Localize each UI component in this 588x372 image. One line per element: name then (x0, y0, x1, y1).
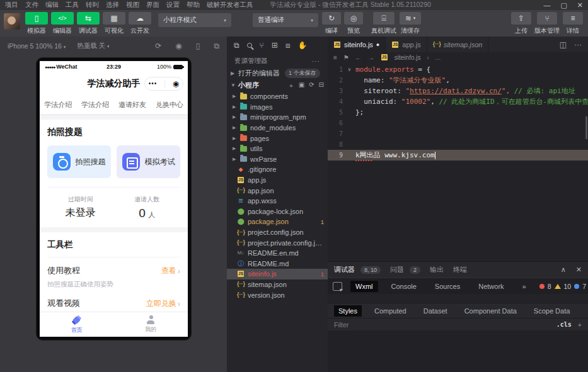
add-style-icon[interactable]: + (578, 321, 582, 329)
code-area[interactable]: 1∨module.exports = { 2 name: "学法减分专业版", … (328, 62, 588, 261)
tree-file-sitemap[interactable]: {··}sitemap.json (227, 279, 328, 290)
tree-file-gitignore[interactable]: ◆.gitignore (227, 164, 328, 175)
back-icon[interactable]: ← (355, 54, 362, 61)
project-root-section[interactable]: ▼ 小程序 ＋ ▣ ⟳ ⊟ (227, 79, 328, 91)
close-icon[interactable]: ✕ (577, 1, 583, 9)
scope-data-tab[interactable]: Scope Data (529, 305, 574, 317)
editor-toggle-button[interactable]: </> (51, 12, 74, 25)
devtools-tab-network[interactable]: Network (473, 281, 509, 292)
photo-search-button[interactable]: 拍照搜题 (47, 145, 111, 178)
cloud-dev-button[interactable]: ☁ (129, 12, 151, 25)
tree-folder-images[interactable]: ▶images (227, 102, 328, 113)
forward-icon[interactable]: → (368, 54, 374, 61)
tree-file-app-json[interactable]: {··}app.json (227, 185, 328, 196)
devtools-tab-sources[interactable]: Sources (430, 281, 465, 292)
tree-file-readme-en[interactable]: M↓README.en.md (227, 248, 328, 259)
tree-folder-miniprogram-npm[interactable]: ▶miniprogram_npm (227, 112, 328, 123)
minimize-icon[interactable]: — (543, 1, 550, 9)
collapse-panel-icon[interactable]: ∧ (561, 266, 566, 274)
upload-button[interactable]: ⇧ (511, 12, 531, 25)
tree-file-readme[interactable]: ⓘREADME.md (227, 259, 328, 269)
menu-interface[interactable]: 界面 (146, 1, 159, 9)
devtools-more-tabs[interactable]: » (517, 281, 531, 292)
search-icon[interactable] (247, 43, 252, 48)
tree-file-version[interactable]: {··}version.json (227, 290, 328, 300)
tab-debugger[interactable]: 调试器8, 10 (334, 265, 381, 274)
editor-scrollbar[interactable] (585, 116, 587, 139)
tree-folder-components[interactable]: ▶components (227, 91, 328, 102)
tree-file-package-lock[interactable]: ⬤package-lock.json (227, 206, 328, 217)
tabbar-home[interactable]: 首页 (40, 312, 114, 337)
inspect-element-icon[interactable] (333, 282, 342, 291)
warning-count[interactable]: 10 (564, 283, 572, 290)
mode-dropdown[interactable]: 小程序模式 ▾ (158, 13, 231, 27)
collapse-all-icon[interactable]: ⊟ (319, 81, 324, 90)
wechat-capsule[interactable]: ••• ◉ (144, 77, 183, 91)
tab-intro-2[interactable]: 学法介绍 (81, 100, 109, 110)
list-icon[interactable]: ≡ (333, 54, 337, 61)
menu-edit[interactable]: 编辑 (45, 1, 59, 9)
tree-file-project-private-config[interactable]: {··}project.private.config.js... (227, 237, 328, 248)
dataset-tab[interactable]: Dataset (419, 305, 452, 317)
tree-folder-node-modules[interactable]: ▶node_modules (227, 123, 328, 133)
open-editors-section[interactable]: ▶ 打开的编辑器 1 个未保存 (227, 67, 328, 79)
tab-sitemap-json[interactable]: {··} sitemap.json (427, 37, 489, 52)
compile-mode-dropdown[interactable]: 普通编译 ▾ (253, 13, 318, 27)
tree-folder-wxparse[interactable]: ▶wxParse (227, 154, 328, 165)
tab-intro-1[interactable]: 学法介绍 (44, 100, 72, 110)
error-count[interactable]: 8 (548, 283, 551, 290)
tree-file-project-config[interactable]: {··}project.config.json (227, 227, 328, 238)
clear-cache-button[interactable]: ≋▾ (400, 12, 421, 25)
tree-folder-pages[interactable]: ▶pages (227, 133, 328, 144)
bookmark-icon[interactable]: ⚑ (343, 54, 349, 61)
info-count[interactable]: 7 (582, 283, 586, 290)
new-file-icon[interactable]: ＋ (288, 81, 294, 90)
menu-file[interactable]: 文件 (25, 1, 38, 9)
tab-output[interactable]: 输出 (430, 265, 444, 274)
menu-select[interactable]: 选择 (106, 1, 119, 9)
debugger-toggle-button[interactable]: ⇆ (77, 12, 100, 25)
tree-file-app-wxss[interactable]: ≣app.wxss (227, 196, 328, 206)
tree-file-app-js[interactable]: JSapp.js (227, 175, 328, 186)
files-icon[interactable]: ⧉ (234, 41, 239, 50)
cls-toggle[interactable]: .cls (556, 321, 572, 328)
preview-button[interactable]: ◎ (344, 12, 363, 25)
maximize-icon[interactable]: ▢ (560, 1, 567, 9)
rotate-icon[interactable]: ⧉ (214, 42, 219, 50)
hot-reload-toggle[interactable]: 热重载 关 ▾ (77, 42, 109, 50)
fold-icon[interactable]: ∨ (348, 64, 355, 75)
computed-tab[interactable]: Computed (370, 305, 411, 317)
tree-folder-utils[interactable]: ▶utils (227, 144, 328, 154)
tree-file-siteinfo[interactable]: JSsiteinfo.js1 (227, 269, 328, 279)
devtools-tab-wxml[interactable]: Wxml (350, 281, 378, 292)
tab-terminal[interactable]: 终端 (453, 265, 467, 274)
styles-tab[interactable]: Styles (334, 305, 362, 317)
visual-toggle-button[interactable]: ▦ (103, 12, 125, 25)
menu-settings[interactable]: 设置 (166, 1, 180, 9)
simulator-toggle-button[interactable]: ▯ (25, 12, 48, 25)
selected-line[interactable]: 9k网出品 www.kjsv.com (328, 150, 588, 161)
extensions-icon[interactable]: ⊞ (272, 41, 278, 50)
close-panel-icon[interactable]: ✕ (576, 266, 582, 274)
version-control-button[interactable]: ⑂ (537, 12, 557, 25)
package-icon[interactable]: ⧈ (285, 41, 291, 50)
menu-help[interactable]: 帮助 (187, 1, 200, 9)
tabbar-mine[interactable]: 我的 (114, 312, 188, 337)
more-actions-icon[interactable]: ··· (574, 40, 582, 49)
tab-problems[interactable]: 问题2 (390, 265, 420, 274)
refresh-icon[interactable]: ⟳ (309, 81, 314, 90)
tab-invite[interactable]: 邀请好友 (118, 100, 146, 110)
menu-tools[interactable]: 工具 (66, 1, 79, 9)
device-debug-button[interactable]: ⍓ (373, 12, 395, 25)
record-icon[interactable]: ◉ (175, 42, 182, 50)
tab-siteinfo-js[interactable]: JS siteinfo.js ● (328, 37, 386, 52)
menu-goto[interactable]: 转到 (86, 1, 99, 9)
hand-icon[interactable]: ✋ (297, 41, 307, 50)
filter-input[interactable]: Filter (334, 321, 349, 329)
compile-button[interactable]: ↻ (322, 12, 341, 25)
more-actions-icon[interactable]: ··· (312, 57, 321, 65)
device-selector[interactable]: iPhone 5 100% 16 ▾ (8, 42, 66, 50)
watch-video-row[interactable]: 观看视频 立即兑换› (47, 298, 180, 309)
details-button[interactable]: ≡ (563, 12, 583, 25)
breadcrumb-file[interactable]: siteinfo.js (395, 54, 421, 61)
